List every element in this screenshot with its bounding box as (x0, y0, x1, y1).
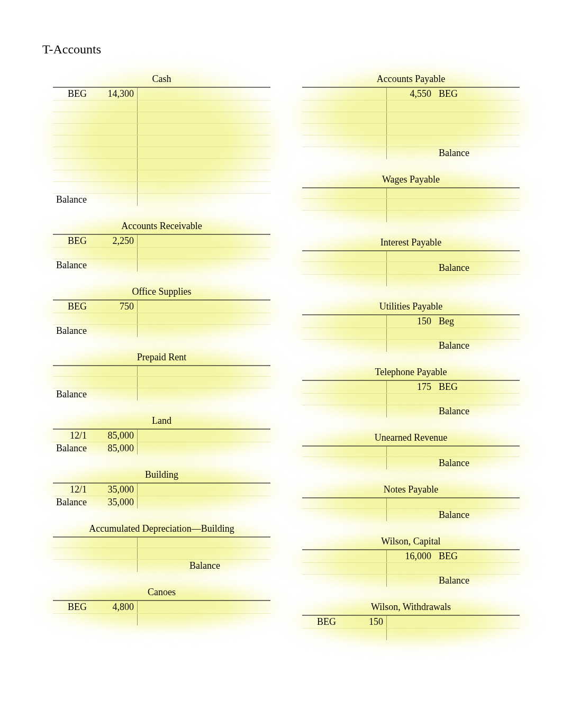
account-row: 150Beg (302, 314, 520, 328)
row-debit (339, 112, 387, 123)
row-left-tag (302, 135, 339, 147)
account-rows: BEG150 (302, 615, 520, 640)
row-debit (339, 275, 387, 286)
row-credit (387, 457, 434, 469)
row-credit (387, 616, 434, 628)
row-credit: 4,550 (387, 88, 434, 100)
row-credit (138, 548, 185, 559)
row-credit (138, 313, 185, 324)
account-title: Telephone Payable (302, 366, 520, 380)
row-credit (138, 124, 185, 135)
row-left-tag: Balance (53, 259, 90, 271)
row-left-tag (302, 381, 339, 393)
row-right-tag (434, 101, 520, 112)
account-row: 175BEG (302, 380, 520, 394)
account-title: Interest Payable (302, 236, 520, 250)
row-credit (138, 430, 185, 442)
row-right-tag (434, 275, 520, 286)
row-left-tag (53, 147, 90, 158)
row-debit (339, 88, 387, 100)
row-left-tag (53, 366, 90, 376)
row-debit (339, 381, 387, 393)
row-left-tag (302, 498, 339, 508)
row-debit: 85,000 (90, 442, 138, 454)
row-right-tag (185, 259, 270, 271)
row-left-tag (302, 199, 339, 210)
row-credit: 16,000 (387, 550, 434, 562)
row-credit (387, 211, 434, 222)
account-row (302, 394, 520, 405)
row-debit (339, 199, 387, 210)
t-account-inner: Wilson, WithdrawalsBEG150 (302, 600, 520, 640)
row-left-tag (302, 340, 339, 352)
row-debit (339, 405, 387, 417)
t-account: Prepaid RentBalance (53, 351, 270, 401)
row-left-tag: BEG (53, 88, 90, 100)
row-left-tag (302, 405, 339, 417)
account-rows: 4,550BEGBalance (302, 87, 520, 159)
account-row: Balance (302, 262, 520, 275)
row-debit (339, 457, 387, 469)
account-row: Balance (302, 575, 520, 587)
row-debit (90, 377, 138, 388)
row-credit (387, 262, 434, 274)
row-debit (339, 575, 387, 587)
account-row (302, 199, 520, 211)
row-credit (138, 377, 185, 388)
account-row (53, 124, 270, 135)
account-row: Balance (302, 147, 520, 159)
t-account: Accounts ReceivableBEG2,250Balance (53, 220, 270, 271)
account-row (302, 629, 520, 640)
row-left-tag (53, 182, 90, 193)
row-left-tag: 12/1 (53, 484, 90, 496)
t-account: Telephone Payable175BEGBalance (302, 366, 520, 417)
account-title: Wilson, Capital (302, 535, 520, 549)
t-account: Accounts Payable4,550BEGBalance (302, 72, 520, 159)
row-left-tag (302, 251, 339, 261)
row-left-tag (53, 614, 90, 625)
row-debit: 150 (339, 616, 387, 628)
row-right-tag: Balance (434, 262, 520, 274)
row-credit (138, 135, 185, 147)
row-right-tag (434, 563, 520, 574)
row-debit (90, 560, 138, 572)
row-right-tag (185, 88, 270, 100)
row-left-tag (302, 509, 339, 521)
account-row (53, 147, 270, 159)
row-debit: 35,000 (90, 484, 138, 496)
row-credit (387, 509, 434, 521)
account-rows: BEG2,250Balance (53, 234, 270, 271)
account-title: Accumulated Depreciation—Building (53, 522, 270, 536)
account-row: BEG150 (302, 615, 520, 629)
account-rows: BEG4,800 (53, 600, 270, 625)
account-row (302, 497, 520, 509)
row-credit (138, 182, 185, 193)
row-left-tag (302, 188, 339, 198)
account-row (53, 548, 270, 560)
row-debit: 2,250 (90, 235, 138, 247)
row-credit (387, 101, 434, 112)
account-row (302, 187, 520, 199)
account-title: Notes Payable (302, 483, 520, 497)
row-credit: 175 (387, 381, 434, 393)
row-left-tag (302, 147, 339, 159)
row-debit (90, 112, 138, 123)
account-title: Accounts Payable (302, 72, 520, 87)
row-debit (339, 328, 387, 339)
t-account-inner: Land12/185,000Balance85,000 (53, 414, 270, 454)
account-row: Balance (53, 259, 270, 271)
row-right-tag (434, 124, 520, 135)
row-left-tag (302, 211, 339, 222)
row-left-tag: BEG (53, 601, 90, 613)
row-left-tag (53, 159, 90, 170)
account-rows: BEG14,300Balance (53, 87, 270, 206)
account-row: BEG14,300 (53, 87, 270, 101)
t-account: Interest PayableBalance (302, 236, 520, 286)
row-credit (138, 170, 185, 181)
row-credit (138, 366, 185, 376)
row-right-tag (185, 248, 270, 259)
account-row: Balance (53, 388, 270, 401)
row-debit (339, 188, 387, 198)
row-credit (138, 388, 185, 401)
account-row (302, 250, 520, 262)
